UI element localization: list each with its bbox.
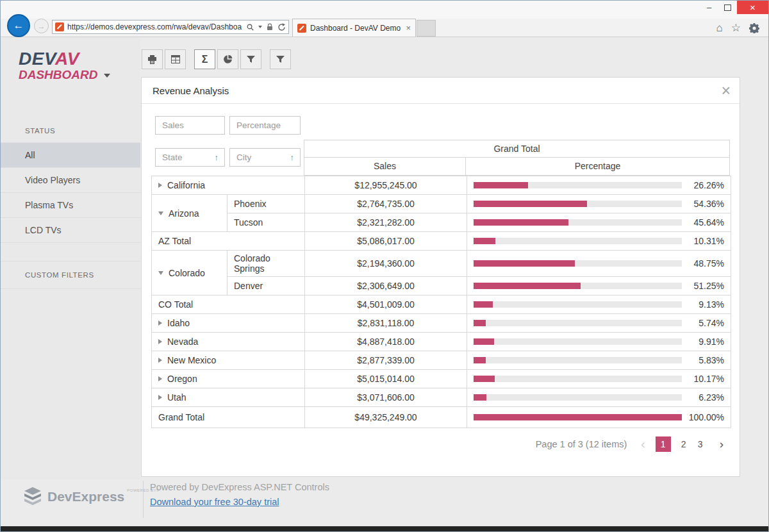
- percentage-bar: [474, 182, 682, 188]
- maximize-icon: [724, 4, 731, 11]
- custom-filters-header: CUSTOM FILTERS: [1, 271, 140, 279]
- favorites-star-icon[interactable]: ☆: [731, 21, 741, 35]
- percentage-value: 54.36%: [687, 199, 724, 209]
- sort-ascending-icon[interactable]: ↑: [290, 153, 295, 162]
- data-chip-sales[interactable]: Sales: [155, 116, 225, 135]
- settings-gear-icon[interactable]: [749, 23, 759, 33]
- filter-button[interactable]: [240, 49, 261, 69]
- state-label: Utah: [167, 392, 186, 403]
- funnel-icon: [247, 56, 255, 63]
- maximize-button[interactable]: [718, 1, 737, 14]
- percentage-bar: [474, 376, 682, 382]
- page-button-2[interactable]: 2: [680, 439, 688, 449]
- sort-ascending-icon[interactable]: ↑: [215, 153, 219, 162]
- expand-icon[interactable]: [158, 395, 162, 400]
- caret-down-icon[interactable]: [258, 26, 262, 28]
- panel-title: Revenue Analysis: [153, 85, 229, 96]
- logo-dropdown-caret-icon[interactable]: [104, 74, 110, 78]
- sidebar-item-all[interactable]: All: [1, 143, 140, 168]
- percentage-value: 26.26%: [687, 180, 724, 190]
- minimize-button[interactable]: –: [700, 1, 718, 14]
- table-row: California $12,955,245.00 26.26%: [152, 176, 731, 195]
- expand-icon[interactable]: [158, 339, 162, 344]
- devexpress-logo: DevExpress POWERED BY®: [23, 487, 160, 506]
- percentage-value: 51.25%: [687, 281, 724, 291]
- percentage-cell: 45.64%: [467, 213, 731, 232]
- address-bar[interactable]: https://demos.devexpress.com/rwa/devav/D…: [52, 20, 289, 34]
- expand-icon[interactable]: [158, 376, 162, 381]
- expand-icon[interactable]: [158, 358, 162, 363]
- filter-editor-button[interactable]: [270, 49, 291, 69]
- prev-page-button[interactable]: ‹: [641, 437, 645, 451]
- chrome-right-icons: ⌂ ☆: [716, 21, 759, 35]
- state-label: Colorado: [169, 268, 205, 278]
- next-page-button[interactable]: ›: [720, 437, 724, 451]
- window-controls: – ×: [700, 1, 768, 14]
- percentage-bar: [474, 260, 682, 267]
- browser-tab[interactable]: Dashboard - DevAV Demo |... ×: [292, 19, 416, 37]
- percentage-bar-fill: [474, 219, 568, 226]
- table-row-grand-total: Grand Total $49,325,249.00 100.00%: [152, 407, 731, 428]
- close-button[interactable]: ×: [737, 1, 768, 14]
- measure-header-percentage: Percentage: [466, 158, 730, 176]
- state-cell[interactable]: Idaho: [152, 314, 305, 333]
- print-button[interactable]: [142, 49, 163, 69]
- table-row: Oregon $5,015,014.00 10.17%: [152, 370, 731, 388]
- home-icon[interactable]: ⌂: [716, 22, 722, 35]
- state-cell[interactable]: California: [152, 176, 305, 195]
- tab-favicon: [297, 24, 306, 33]
- state-cell[interactable]: New Mexico: [152, 351, 305, 370]
- row-field-city[interactable]: City ↑: [229, 148, 301, 167]
- title-bar: [1, 1, 768, 19]
- percentage-bar: [474, 414, 682, 420]
- logo-av: AV: [55, 49, 79, 69]
- search-icon[interactable]: [247, 24, 254, 31]
- state-cell[interactable]: Arizona: [152, 195, 227, 232]
- sales-value: $2,194,360.00: [305, 251, 467, 277]
- percentage-bar: [474, 320, 682, 326]
- expand-icon[interactable]: [158, 320, 162, 326]
- sum-mode-button[interactable]: Σ: [194, 49, 215, 69]
- back-button[interactable]: ←: [7, 14, 30, 37]
- sales-value: $49,325,249.00: [305, 407, 467, 428]
- page-button-1[interactable]: 1: [656, 436, 671, 452]
- tab-close-button[interactable]: ×: [406, 23, 411, 33]
- percentage-bar: [474, 219, 682, 226]
- sidebar-item-plasma-tvs[interactable]: Plasma TVs: [1, 193, 140, 218]
- collapse-icon[interactable]: [158, 212, 163, 215]
- sidebar-item-video-players[interactable]: Video Players: [1, 168, 140, 193]
- export-button[interactable]: [165, 49, 186, 69]
- percentage-bar-fill: [474, 260, 575, 267]
- data-chip-percentage[interactable]: Percentage: [229, 116, 301, 135]
- lock-icon[interactable]: [267, 23, 273, 31]
- collapse-icon[interactable]: [158, 271, 163, 275]
- percentage-bar: [474, 301, 682, 308]
- sales-value: $5,086,017.00: [305, 232, 467, 251]
- trial-link[interactable]: Download your free 30-day trial: [150, 497, 279, 507]
- dashboard-toolbar: Σ: [140, 37, 768, 69]
- state-cell[interactable]: Colorado: [152, 251, 227, 295]
- new-tab-button[interactable]: [417, 20, 436, 37]
- pivot-field-area: Sales Percentage State ↑ City ↑: [151, 116, 304, 176]
- chip-label: Sales: [162, 121, 184, 130]
- city-label: Denver: [227, 277, 305, 295]
- row-field-state[interactable]: State ↑: [155, 148, 225, 167]
- city-label: Tucson: [227, 213, 305, 232]
- state-cell[interactable]: Nevada: [152, 333, 305, 351]
- state-label: New Mexico: [167, 355, 216, 365]
- chart-mode-button[interactable]: [217, 49, 238, 69]
- refresh-icon[interactable]: [277, 23, 286, 31]
- total-label: AZ Total: [152, 232, 305, 251]
- expand-icon[interactable]: [158, 183, 162, 188]
- devexpress-logo-icon: [23, 487, 42, 505]
- state-cell[interactable]: Utah: [152, 388, 305, 407]
- table-row: Utah $3,071,606.00 6.23%: [152, 388, 731, 407]
- percentage-cell: 48.75%: [467, 251, 731, 277]
- page-button-3[interactable]: 3: [697, 439, 704, 449]
- logo-dev: DEV: [19, 49, 55, 69]
- state-cell[interactable]: Oregon: [152, 370, 305, 388]
- sidebar-item-lcd-tvs[interactable]: LCD TVs: [1, 218, 140, 243]
- total-label: CO Total: [152, 295, 305, 314]
- panel-close-button[interactable]: ×: [721, 83, 731, 99]
- forward-button[interactable]: →: [34, 19, 49, 33]
